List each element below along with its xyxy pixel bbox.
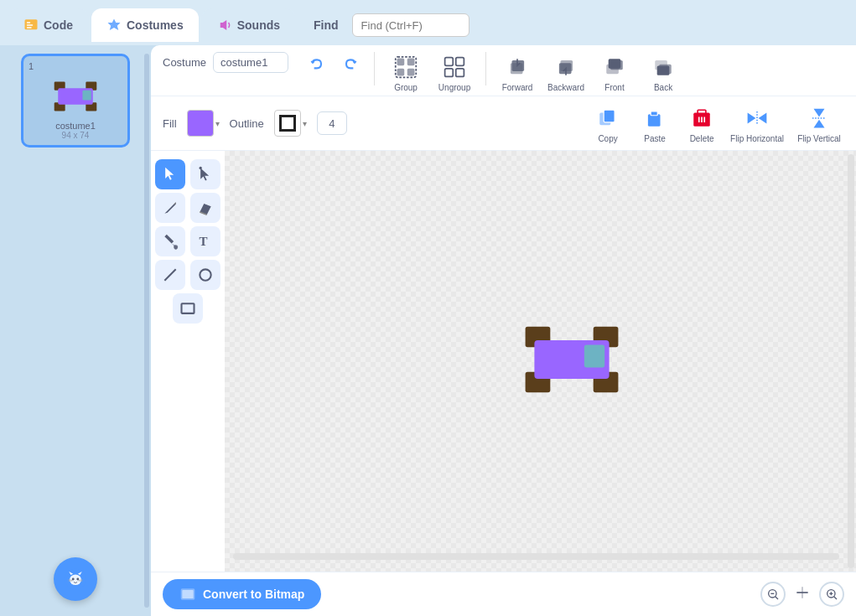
bottom-bar: Convert to Bitmap <box>151 572 856 616</box>
svg-rect-28 <box>445 69 454 77</box>
car-sprite <box>513 318 630 405</box>
svg-marker-54 <box>814 120 825 128</box>
tool-row-4 <box>155 260 220 290</box>
svg-rect-1 <box>27 22 31 23</box>
outline-label: Outline <box>230 117 264 130</box>
reshape-icon <box>197 166 214 183</box>
back-label: Back <box>654 83 672 92</box>
costumes-icon <box>106 18 122 33</box>
zoom-in-button[interactable] <box>819 582 844 607</box>
svg-line-78 <box>834 597 837 599</box>
svg-rect-29 <box>456 69 464 77</box>
tab-code[interactable]: Code <box>8 8 88 42</box>
svg-rect-23 <box>397 69 405 76</box>
drawing-area-wrapper: T <box>151 151 856 572</box>
convert-icon <box>179 586 196 603</box>
flip-horizontal-button[interactable]: Flip Horizontal <box>730 103 784 143</box>
flip-vertical-icon <box>804 103 834 133</box>
add-costume-button[interactable] <box>54 557 97 601</box>
copy-icon <box>593 103 623 133</box>
outline-inner-square <box>279 115 296 132</box>
tool-row-3: T <box>155 226 220 256</box>
forward-button[interactable]: Forward <box>496 52 538 92</box>
eraser-tool[interactable] <box>190 193 220 223</box>
svg-rect-24 <box>407 69 415 76</box>
tab-costumes[interactable]: Costumes <box>91 8 199 42</box>
front-button[interactable]: Front <box>594 52 636 92</box>
flip-vertical-button[interactable]: Flip Vertical <box>794 103 844 143</box>
stroke-width-input[interactable] <box>317 111 347 135</box>
group-button[interactable]: Group <box>385 52 427 92</box>
select-tool[interactable] <box>155 159 185 189</box>
svg-rect-61 <box>182 303 195 313</box>
backward-button[interactable]: Backward <box>545 52 587 92</box>
cat-icon <box>64 567 87 591</box>
canvas-background <box>225 151 856 572</box>
rect-tool[interactable] <box>173 293 203 324</box>
costume-thumbnail <box>42 73 109 119</box>
undo-icon <box>309 57 325 74</box>
costume-item[interactable]: 1 costume1 94 x 74 <box>21 54 130 148</box>
copy-button[interactable]: Copy <box>589 103 626 143</box>
zoom-reset-button[interactable] <box>794 584 811 605</box>
line-tool[interactable] <box>155 260 185 290</box>
redo-button[interactable] <box>337 52 364 79</box>
car-svg <box>513 318 630 401</box>
costume-name-input[interactable] <box>213 52 288 73</box>
paste-button[interactable]: Paste <box>636 103 673 143</box>
svg-marker-53 <box>814 109 825 117</box>
flip-h-label: Flip Horizontal <box>730 134 784 143</box>
svg-line-72 <box>776 597 778 599</box>
select-icon <box>162 166 179 183</box>
outline-dropdown-arrow: ▾ <box>303 119 307 128</box>
canvas-scrollbar-vertical[interactable] <box>848 154 854 568</box>
group-icon <box>391 52 421 82</box>
svg-rect-3 <box>27 27 32 28</box>
backward-icon <box>551 52 581 82</box>
front-icon <box>599 52 630 82</box>
convert-bitmap-button[interactable]: Convert to Bitmap <box>163 579 321 609</box>
fill-dropdown-arrow: ▾ <box>215 119 220 128</box>
divider-2 <box>485 52 486 85</box>
circle-tool[interactable] <box>190 260 220 290</box>
copy-label: Copy <box>598 134 617 143</box>
find-input[interactable] <box>352 13 470 37</box>
pencil-tool[interactable] <box>155 193 185 223</box>
front-label: Front <box>604 83 624 92</box>
delete-button[interactable]: Delete <box>683 103 720 143</box>
ungroup-button[interactable]: Ungroup <box>433 52 475 92</box>
rect-icon <box>179 300 196 317</box>
delete-icon <box>687 103 717 133</box>
svg-rect-44 <box>651 111 657 116</box>
backward-label: Backward <box>547 83 584 92</box>
zoom-reset-icon <box>794 584 811 601</box>
svg-rect-69 <box>182 590 193 598</box>
divider-1 <box>374 52 375 85</box>
tab-code-label: Code <box>44 18 73 32</box>
tab-sounds[interactable]: Sounds <box>202 8 295 42</box>
canvas-area[interactable] <box>225 151 856 572</box>
reshape-tool[interactable] <box>190 159 220 189</box>
zoom-out-button[interactable] <box>760 582 786 607</box>
fill-tool[interactable] <box>155 226 185 256</box>
costume-number: 1 <box>29 61 34 71</box>
fill-icon <box>162 233 179 250</box>
outline-color-button[interactable]: ▾ <box>274 110 307 137</box>
costume-size: 94 x 74 <box>62 131 90 140</box>
tab-costumes-label: Costumes <box>127 18 184 32</box>
costume-label: costume1 <box>55 121 96 131</box>
svg-rect-46 <box>698 110 706 114</box>
svg-rect-26 <box>445 58 454 66</box>
back-button[interactable]: Back <box>642 52 684 92</box>
tool-row-5 <box>173 293 203 324</box>
forward-label: Forward <box>502 83 533 92</box>
fill-color-button[interactable]: ▾ <box>187 110 220 137</box>
canvas-scrollbar-horizontal[interactable] <box>233 553 839 560</box>
top-toolbar: Costume <box>151 45 856 96</box>
text-tool[interactable]: T <box>190 226 220 256</box>
left-sidebar: 1 costume1 94 x 74 <box>0 45 151 616</box>
svg-rect-21 <box>397 59 405 66</box>
find-button[interactable]: Find <box>307 15 345 35</box>
undo-button[interactable] <box>303 52 330 79</box>
svg-rect-10 <box>82 90 91 100</box>
